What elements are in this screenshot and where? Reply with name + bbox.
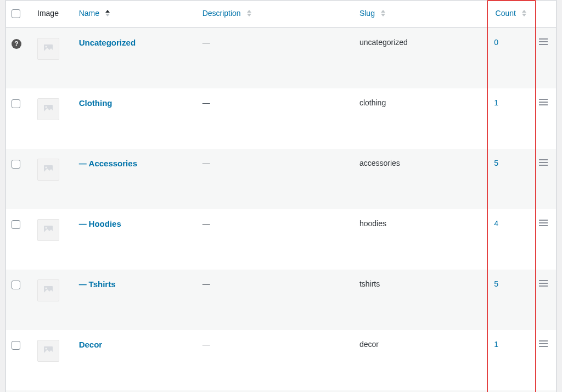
table-row: Clothing—clothing1 xyxy=(6,88,556,149)
row-image-cell xyxy=(32,330,74,390)
table-row: ?Uncategorized—uncategorized0 xyxy=(6,28,556,89)
slug-text: uncategorized xyxy=(359,38,408,47)
row-slug-cell: tshirts xyxy=(354,270,488,330)
row-count-cell: 5 xyxy=(488,149,533,209)
row-name-cell: Decor xyxy=(74,330,197,390)
header-name[interactable]: Name xyxy=(74,1,197,28)
svg-rect-2 xyxy=(539,38,548,40)
row-actions-cell[interactable] xyxy=(533,88,556,149)
svg-rect-14 xyxy=(539,165,548,166)
category-name-link[interactable]: Accessories xyxy=(89,159,137,168)
category-name-link[interactable]: Hoodies xyxy=(89,219,121,228)
header-checkbox-cell[interactable] xyxy=(6,1,32,28)
svg-rect-28 xyxy=(539,343,548,344)
row-description-cell: — xyxy=(197,28,354,89)
more-actions-icon[interactable] xyxy=(539,280,548,289)
more-actions-icon[interactable] xyxy=(539,340,548,349)
placeholder-image-icon xyxy=(37,279,59,301)
svg-rect-23 xyxy=(539,283,548,284)
placeholder-image-icon xyxy=(37,219,59,241)
slug-text: tshirts xyxy=(359,279,380,288)
row-image-cell xyxy=(32,28,74,89)
slug-text: clothing xyxy=(359,98,386,107)
description-text: — xyxy=(203,38,210,47)
row-description-cell: — xyxy=(197,330,354,390)
row-select-cell[interactable] xyxy=(6,330,32,390)
row-select-cell[interactable] xyxy=(6,270,32,330)
svg-point-21 xyxy=(45,287,47,289)
category-name-link[interactable]: Tshirts xyxy=(89,279,116,289)
count-link[interactable]: 1 xyxy=(494,340,498,349)
row-image-cell xyxy=(32,88,74,149)
row-actions-cell[interactable] xyxy=(533,270,556,330)
sort-icon xyxy=(380,10,386,16)
svg-rect-24 xyxy=(539,285,548,287)
row-name-cell: — Accessories xyxy=(74,149,197,209)
categories-table-wrap: Image Name Description xyxy=(5,0,557,392)
row-checkbox[interactable] xyxy=(12,281,20,289)
row-description-cell: — xyxy=(197,270,354,330)
row-slug-cell: accessories xyxy=(354,149,488,209)
table-row: — Hoodies—hoodies4 xyxy=(6,209,556,270)
row-checkbox[interactable] xyxy=(12,220,20,229)
row-slug-cell: clothing xyxy=(354,88,488,149)
category-name-link[interactable]: Uncategorized xyxy=(79,38,136,47)
count-link[interactable]: 1 xyxy=(494,98,498,107)
more-actions-icon[interactable] xyxy=(539,220,548,228)
header-slug[interactable]: Slug xyxy=(354,1,488,28)
row-count-cell: 1 xyxy=(488,88,533,149)
categories-table: Image Name Description xyxy=(6,1,556,392)
svg-point-26 xyxy=(45,348,47,349)
svg-rect-9 xyxy=(539,104,548,105)
row-checkbox[interactable] xyxy=(12,99,20,108)
header-description[interactable]: Description xyxy=(197,1,354,28)
svg-rect-3 xyxy=(539,41,548,42)
row-select-cell[interactable] xyxy=(6,149,32,209)
select-all-checkbox[interactable] xyxy=(12,9,20,18)
svg-rect-7 xyxy=(539,99,548,100)
svg-rect-13 xyxy=(539,162,548,163)
table-row: Decor—decor1 xyxy=(6,330,556,390)
svg-rect-27 xyxy=(539,340,548,341)
svg-rect-12 xyxy=(539,159,548,160)
row-select-cell[interactable]: ? xyxy=(6,28,32,89)
svg-point-11 xyxy=(45,166,47,168)
table-body: ?Uncategorized—uncategorized0Clothing—cl… xyxy=(6,28,556,393)
count-link[interactable]: 5 xyxy=(494,159,498,167)
count-link[interactable]: 4 xyxy=(494,219,498,228)
row-description-cell: — xyxy=(197,88,354,149)
count-link[interactable]: 0 xyxy=(494,38,498,47)
categories-page: Image Name Description xyxy=(5,0,557,392)
row-count-cell: 5 xyxy=(488,270,533,330)
row-checkbox[interactable] xyxy=(12,160,20,169)
row-image-cell xyxy=(32,270,74,330)
row-slug-cell: decor xyxy=(354,330,488,390)
table-row: — Tshirts—tshirts5 xyxy=(6,270,556,330)
row-select-cell[interactable] xyxy=(6,88,32,149)
svg-rect-8 xyxy=(539,102,548,103)
row-actions-cell[interactable] xyxy=(533,209,556,270)
header-slug-label: Slug xyxy=(359,9,375,18)
row-checkbox[interactable] xyxy=(12,341,20,350)
header-count-label: Count xyxy=(496,9,516,18)
row-image-cell xyxy=(32,209,74,270)
row-actions-cell[interactable] xyxy=(533,28,556,89)
row-name-cell: — Hoodies xyxy=(74,209,197,270)
row-select-cell[interactable] xyxy=(6,209,32,270)
row-count-cell: 1 xyxy=(488,330,533,390)
placeholder-image-icon xyxy=(37,98,59,120)
more-actions-icon[interactable] xyxy=(539,99,548,108)
row-actions-cell[interactable] xyxy=(533,149,556,209)
svg-rect-18 xyxy=(539,222,548,223)
help-icon[interactable]: ? xyxy=(12,39,21,49)
row-name-cell: Uncategorized xyxy=(74,28,197,89)
more-actions-icon[interactable] xyxy=(539,159,548,168)
header-count[interactable]: Count xyxy=(488,1,533,28)
more-actions-icon[interactable] xyxy=(539,38,548,47)
count-link[interactable]: 5 xyxy=(494,279,498,288)
category-name-link[interactable]: Clothing xyxy=(79,98,113,108)
category-name-link[interactable]: Decor xyxy=(79,340,103,349)
svg-rect-19 xyxy=(539,225,548,226)
row-actions-cell[interactable] xyxy=(533,330,556,390)
slug-text: hoodies xyxy=(359,219,386,228)
